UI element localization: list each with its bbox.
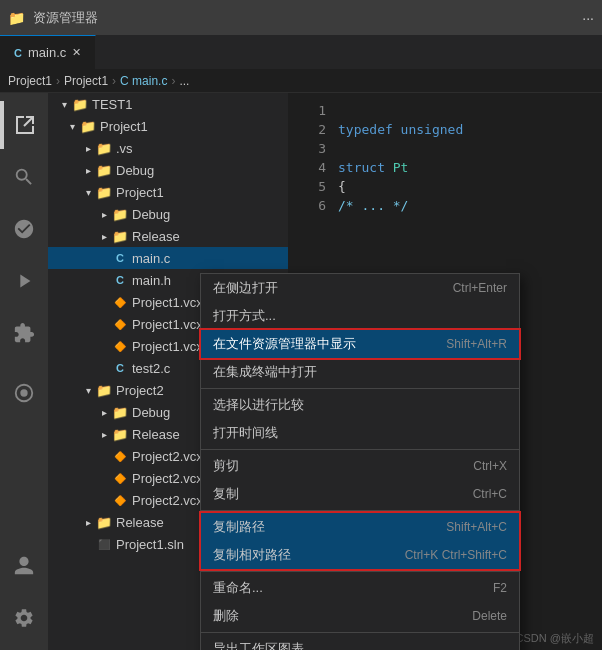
code-line-2: 2 typedef unsigned [288, 120, 602, 139]
user-file-icon: 🔶 [112, 338, 128, 354]
breadcrumb-part3[interactable]: C main.c [120, 74, 167, 88]
ctx-item-export[interactable]: 导出工作区图表 [201, 635, 519, 650]
ctx-shortcut: Ctrl+C [473, 487, 507, 501]
tab-label: main.c [28, 45, 66, 60]
tree-arrow: ▾ [64, 118, 80, 134]
title-bar: 📁 资源管理器 ··· [0, 0, 602, 35]
filters-icon: 🔶 [112, 316, 128, 332]
svg-point-1 [20, 389, 27, 396]
folder-icon: 📁 [112, 404, 128, 420]
breadcrumb-sep3: › [171, 74, 175, 88]
folder-icon: 📁 [112, 228, 128, 244]
account-icon [13, 555, 35, 577]
ctx-item-cut[interactable]: 剪切 Ctrl+X [201, 452, 519, 480]
tree-arrow-test1: ▾ [56, 96, 72, 112]
ctx-item-open-terminal[interactable]: 在集成终端中打开 [201, 358, 519, 386]
ctx-separator4 [201, 632, 519, 633]
ctx-label: 复制相对路径 [213, 546, 397, 564]
code-content: /* ... */ [338, 198, 408, 213]
code-content: typedef unsigned [338, 122, 463, 137]
tree-arrow: ▸ [96, 404, 112, 420]
ctx-shortcut: Ctrl+Enter [453, 281, 507, 295]
tab-close-icon[interactable]: ✕ [72, 46, 81, 59]
tab-bar: C main.c ✕ [0, 35, 602, 70]
ctx-item-timeline[interactable]: 打开时间线 [201, 419, 519, 447]
tree-item-debug2[interactable]: ▸ 📁 Debug [48, 203, 288, 225]
ctx-label: 导出工作区图表 [213, 640, 499, 650]
vcxproj-icon: 🔶 [112, 294, 128, 310]
tree-arrow [96, 492, 112, 508]
folder-icon: 📁 [96, 184, 112, 200]
ctx-item-open-side[interactable]: 在侧边打开 Ctrl+Enter [201, 274, 519, 302]
activity-item-debug[interactable] [0, 257, 48, 305]
folder-icon: 📁 [72, 96, 88, 112]
watermark: CSDN @嵌小超 [516, 631, 594, 646]
line-number: 2 [296, 122, 326, 137]
tree-label: Debug [116, 163, 288, 178]
activity-item-git[interactable] [0, 205, 48, 253]
ctx-item-show-explorer[interactable]: 在文件资源管理器中显示 Shift+Alt+R [201, 330, 519, 358]
ctx-label: 在集成终端中打开 [213, 363, 499, 381]
ctx-separator2 [201, 510, 519, 511]
ctx-item-delete[interactable]: 删除 Delete [201, 602, 519, 630]
ctx-separator3 [201, 571, 519, 572]
activity-item-settings[interactable] [0, 594, 48, 642]
extensions-icon [13, 322, 35, 344]
tree-item-release1[interactable]: ▸ 📁 Release [48, 225, 288, 247]
tree-label: Project1 [116, 185, 288, 200]
folder-icon: 📁 [112, 206, 128, 222]
main-content: ▾ 📁 TEST1 ▾ 📁 Project1 ▸ 📁 .vs ▸ 📁 Debug… [0, 93, 602, 650]
breadcrumb-part4[interactable]: ... [179, 74, 189, 88]
activity-item-explorer[interactable] [0, 101, 48, 149]
folder-icon: 📁 [112, 426, 128, 442]
breadcrumb-sep1: › [56, 74, 60, 88]
tree-label-release1: Release [132, 229, 288, 244]
copy-path-group: 复制路径 Shift+Alt+C 复制相对路径 Ctrl+K Ctrl+Shif… [201, 513, 519, 569]
line-number: 1 [296, 103, 326, 118]
breadcrumb-sep2: › [112, 74, 116, 88]
ctx-item-rename[interactable]: 重命名... F2 [201, 574, 519, 602]
tree-arrow [96, 250, 112, 266]
tab-main-c[interactable]: C main.c ✕ [0, 35, 96, 69]
folder-icon: 📁 [96, 514, 112, 530]
folder-icon: 📁 [96, 140, 112, 156]
tree-arrow [96, 448, 112, 464]
activity-item-extensions[interactable] [0, 309, 48, 357]
title-bar-more[interactable]: ··· [582, 10, 594, 26]
code-line-1: 1 [288, 101, 602, 120]
ctx-shortcut: F2 [493, 581, 507, 595]
ctx-item-compare[interactable]: 选择以进行比较 [201, 391, 519, 419]
activity-item-copilot[interactable] [0, 369, 48, 417]
ctx-item-open-with[interactable]: 打开方式... [201, 302, 519, 330]
tree-arrow: ▸ [80, 140, 96, 156]
tree-label: Debug [132, 207, 288, 222]
explorer-icon [13, 113, 37, 137]
activity-item-search[interactable] [0, 153, 48, 201]
ctx-item-copy-path[interactable]: 复制路径 Shift+Alt+C [201, 513, 519, 541]
tree-arrow: ▸ [96, 426, 112, 442]
activity-bar [0, 93, 48, 650]
tree-item-project1sub[interactable]: ▾ 📁 Project1 [48, 181, 288, 203]
explorer-icon: 📁 [8, 10, 25, 26]
settings-icon [13, 607, 35, 629]
tree-item-debug1[interactable]: ▸ 📁 Debug [48, 159, 288, 181]
ctx-item-copy[interactable]: 复制 Ctrl+C [201, 480, 519, 508]
folder-icon: 📁 [80, 118, 96, 134]
tree-item-project1[interactable]: ▾ 📁 Project1 [48, 115, 288, 137]
code-line-5: 5 { [288, 177, 602, 196]
tree-item-mainc[interactable]: C main.c [48, 247, 288, 269]
breadcrumb-part1[interactable]: Project1 [8, 74, 52, 88]
activity-item-account[interactable] [0, 542, 48, 590]
code-content: struct Pt [338, 160, 408, 175]
tree-label: Project1 [100, 119, 288, 134]
breadcrumb-part2[interactable]: Project1 [64, 74, 108, 88]
code-line-4: 4 struct Pt [288, 158, 602, 177]
ctx-item-copy-rel-path[interactable]: 复制相对路径 Ctrl+K Ctrl+Shift+C [201, 541, 519, 569]
tree-item-vs[interactable]: ▸ 📁 .vs [48, 137, 288, 159]
ctx-label: 复制路径 [213, 518, 438, 536]
ctx-label: 重命名... [213, 579, 485, 597]
user2-file-icon: 🔶 [112, 492, 128, 508]
ctx-label: 剪切 [213, 457, 465, 475]
tree-arrow: ▸ [96, 228, 112, 244]
tree-item-root[interactable]: ▾ 📁 TEST1 [48, 93, 288, 115]
